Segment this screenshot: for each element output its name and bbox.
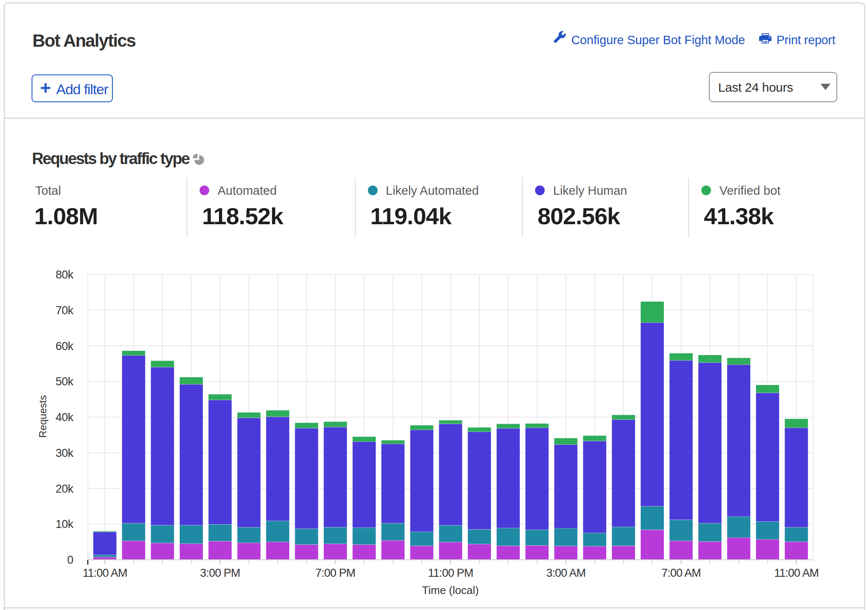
- svg-text:70k: 70k: [56, 304, 74, 317]
- svg-text:30k: 30k: [56, 447, 74, 459]
- svg-text:60k: 60k: [56, 340, 74, 353]
- svg-text:40k: 40k: [56, 411, 74, 424]
- svg-text:Requests: Requests: [37, 395, 48, 438]
- svg-text:11:00 PM: 11:00 PM: [428, 567, 473, 579]
- svg-text:3:00 PM: 3:00 PM: [200, 567, 240, 579]
- svg-text:11:00 AM: 11:00 AM: [774, 567, 819, 579]
- svg-text:10k: 10k: [56, 518, 74, 530]
- svg-text:7:00 AM: 7:00 AM: [661, 567, 700, 579]
- svg-text:50k: 50k: [56, 375, 74, 388]
- svg-text:11:00 AM: 11:00 AM: [83, 567, 127, 579]
- svg-text:3:00 AM: 3:00 AM: [546, 567, 585, 579]
- svg-text:20k: 20k: [56, 483, 74, 495]
- svg-text:7:00 PM: 7:00 PM: [315, 567, 355, 579]
- svg-text:80k: 80k: [56, 268, 74, 281]
- svg-text:0: 0: [67, 554, 73, 566]
- svg-text:Time (local): Time (local): [422, 584, 479, 597]
